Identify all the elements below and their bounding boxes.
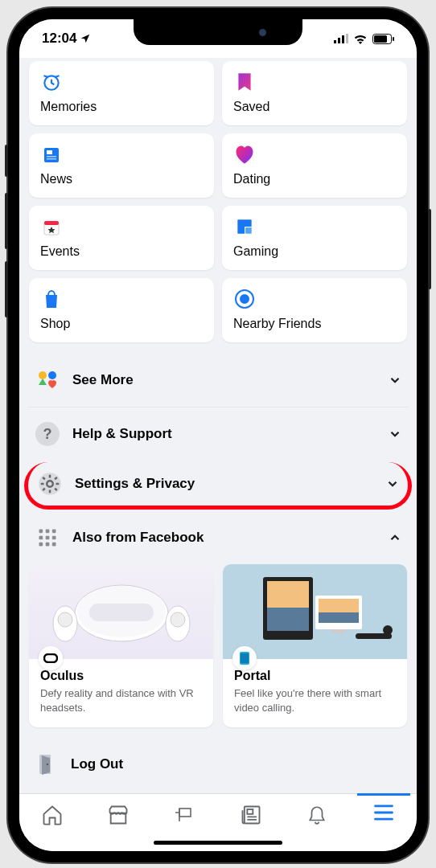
cellular-icon: [334, 34, 348, 43]
settings-privacy-row[interactable]: Settings & Privacy: [24, 462, 412, 510]
svg-text:?: ?: [43, 426, 52, 442]
svg-rect-41: [89, 604, 154, 621]
svg-rect-14: [245, 227, 252, 234]
svg-rect-46: [44, 654, 57, 662]
svg-rect-36: [39, 542, 43, 547]
svg-rect-62: [247, 809, 253, 814]
svg-rect-5: [374, 35, 387, 43]
svg-rect-53: [331, 629, 346, 633]
saved-icon: [233, 71, 256, 93]
chevron-up-icon: [388, 530, 402, 545]
shortcut-grid: Memories Saved News Dating Events: [27, 58, 409, 354]
help-support-row[interactable]: ? Help & Support: [27, 407, 409, 461]
svg-rect-13: [44, 221, 59, 225]
shortcut-dating[interactable]: Dating: [222, 133, 407, 198]
svg-point-55: [383, 625, 393, 635]
svg-point-17: [39, 371, 47, 379]
portal-image: [223, 564, 407, 659]
svg-rect-22: [49, 475, 51, 478]
svg-rect-49: [267, 608, 309, 631]
shop-icon: [40, 288, 63, 310]
events-icon: [40, 215, 63, 238]
see-more-icon: [34, 366, 61, 394]
svg-rect-24: [41, 483, 44, 485]
svg-rect-37: [46, 542, 50, 547]
tab-menu[interactable]: [351, 794, 417, 851]
tab-notifications[interactable]: [284, 794, 350, 851]
status-time: 12:04: [42, 31, 76, 47]
location-icon: [80, 33, 91, 44]
gear-icon: [36, 470, 64, 497]
see-more-row[interactable]: See More: [27, 354, 409, 407]
shortcut-saved[interactable]: Saved: [222, 61, 407, 125]
svg-rect-57: [241, 653, 249, 663]
shortcut-shop[interactable]: Shop: [29, 278, 214, 342]
tab-home[interactable]: [19, 794, 85, 851]
svg-rect-25: [56, 483, 60, 485]
svg-rect-8: [44, 148, 59, 162]
svg-rect-34: [46, 536, 50, 540]
dating-icon: [233, 143, 256, 166]
svg-rect-31: [46, 530, 50, 534]
battery-icon: [372, 34, 394, 44]
svg-rect-10: [47, 156, 56, 158]
portal-card[interactable]: Portal Feel like you're there with smart…: [223, 564, 407, 727]
svg-point-59: [47, 764, 48, 765]
svg-rect-32: [52, 530, 56, 534]
logout-icon: [34, 751, 60, 777]
chevron-down-icon: [388, 373, 402, 387]
svg-point-18: [48, 371, 56, 379]
news-icon: [40, 143, 63, 166]
svg-point-16: [241, 295, 249, 303]
svg-rect-0: [334, 40, 336, 43]
apps-grid-icon: [34, 524, 61, 551]
svg-rect-33: [39, 536, 43, 540]
svg-point-43: [58, 612, 72, 627]
svg-rect-6: [393, 37, 394, 41]
svg-rect-35: [52, 536, 56, 540]
chevron-down-icon: [385, 477, 400, 491]
svg-rect-9: [47, 150, 52, 154]
help-icon: ?: [34, 420, 61, 448]
svg-rect-38: [52, 542, 56, 547]
svg-point-45: [171, 612, 185, 627]
shortcut-memories[interactable]: Memories: [29, 61, 214, 125]
wifi-icon: [353, 34, 368, 44]
memories-icon: [40, 71, 63, 93]
shortcut-nearby-friends[interactable]: Nearby Friends: [222, 278, 407, 342]
shortcut-gaming[interactable]: Gaming: [222, 206, 407, 270]
svg-rect-2: [342, 35, 344, 43]
svg-rect-30: [39, 530, 43, 534]
oculus-card[interactable]: Oculus Defy reality and distance with VR…: [29, 564, 213, 727]
oculus-badge-icon: [39, 646, 63, 670]
home-indicator[interactable]: [154, 841, 282, 845]
svg-rect-60: [179, 809, 191, 817]
svg-rect-1: [338, 38, 340, 43]
nearby-icon: [233, 288, 256, 310]
portal-badge-icon: [232, 646, 257, 670]
svg-rect-23: [49, 490, 51, 493]
tab-marketplace[interactable]: [85, 794, 151, 851]
chevron-down-icon: [388, 427, 402, 441]
also-from-facebook-row[interactable]: Also from Facebook: [27, 511, 409, 564]
shortcut-news[interactable]: News: [29, 133, 214, 198]
logout-row[interactable]: Log Out: [27, 740, 409, 782]
shortcut-events[interactable]: Events: [29, 206, 214, 270]
gaming-icon: [233, 215, 256, 238]
svg-rect-3: [346, 34, 348, 43]
svg-rect-52: [319, 612, 359, 623]
oculus-image: [29, 564, 213, 659]
svg-rect-11: [47, 158, 56, 160]
also-from-grid: Oculus Defy reality and distance with VR…: [27, 564, 409, 740]
